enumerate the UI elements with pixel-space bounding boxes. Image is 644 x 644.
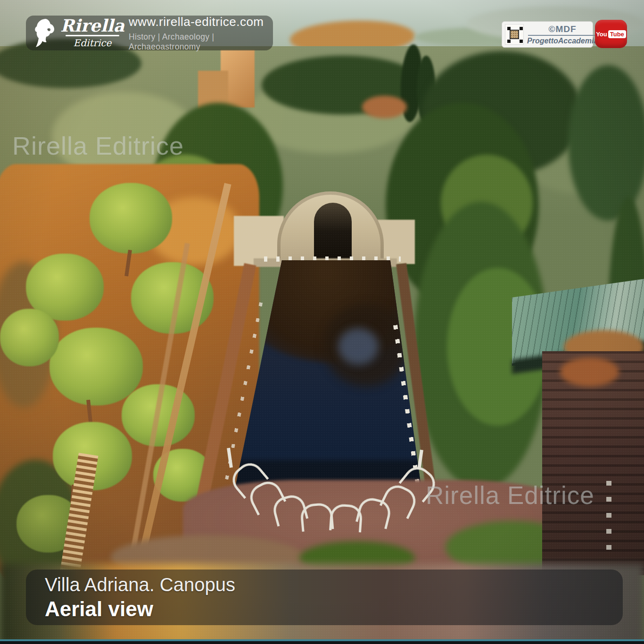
publisher-subname: Editrice (74, 37, 112, 49)
mdf-emblem-icon (505, 24, 524, 45)
mdf-copyright: ©MDF (527, 24, 598, 34)
youtube-label-tube: Tube (608, 30, 626, 38)
wordmark-underline (66, 35, 119, 36)
aerial-photo (0, 0, 644, 644)
website-link[interactable]: www.rirella-editrice.com (129, 15, 265, 29)
video-frame: Rirella Editrice Rirella Editrice Rirell… (0, 0, 644, 644)
mdf-divider (528, 35, 597, 36)
mdf-credit-card: ©MDF ProgettoAccademia (502, 21, 593, 48)
watermark-text: Rirella Editrice (426, 481, 594, 510)
film-grain (0, 0, 644, 644)
caption-bar: Villa Adriana. Canopus Aerial view (26, 570, 623, 625)
caption-subtitle: Aerial view (45, 597, 623, 621)
publisher-logo-card: Rirella Editrice www.rirella-editrice.co… (26, 16, 273, 50)
mdf-project-name: ProgettoAccademia (527, 37, 598, 45)
frame-bottom-edge (0, 639, 644, 644)
watermark-text: Rirella Editrice (12, 131, 184, 160)
publisher-name: Rirella (60, 17, 124, 33)
youtube-label-you: You (596, 31, 607, 38)
publisher-wordmark: Rirella Editrice (64, 17, 121, 49)
publisher-tagline: History | Archaeology | Archaeoastronomy (129, 32, 265, 52)
mdf-credit-text: ©MDF ProgettoAccademia (527, 24, 598, 45)
publisher-info: www.rirella-editrice.com History | Archa… (129, 15, 265, 52)
caption-title: Villa Adriana. Canopus (45, 574, 623, 595)
emblem-center-mosaic (510, 30, 519, 39)
athena-head-icon (33, 18, 57, 48)
youtube-icon[interactable]: YouTube (595, 20, 627, 48)
